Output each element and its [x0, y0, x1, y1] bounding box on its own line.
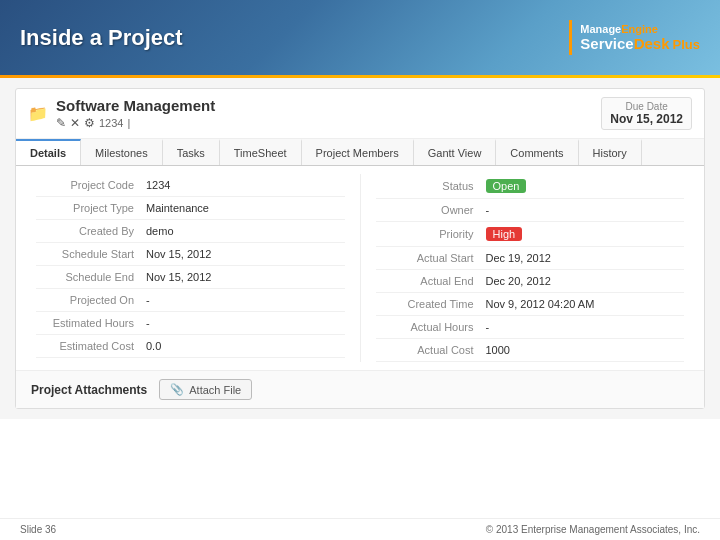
logo-text: ManageEngine ServiceDesk Plus: [580, 23, 700, 52]
tab-tasks[interactable]: Tasks: [163, 139, 220, 165]
logo-divider: [569, 20, 572, 55]
tab-project-members[interactable]: Project Members: [302, 139, 414, 165]
tab-gantt-view[interactable]: Gantt View: [414, 139, 497, 165]
detail-row-owner: Owner -: [376, 199, 685, 222]
details-section: Project Code 1234 Project Type Maintenan…: [16, 166, 704, 370]
label-created-by: Created By: [36, 225, 146, 237]
copyright: © 2013 Enterprise Management Associates,…: [486, 524, 700, 535]
detail-row-created-by: Created By demo: [36, 220, 345, 243]
label-status: Status: [376, 180, 486, 192]
value-project-code: 1234: [146, 179, 170, 191]
detail-row-schedule-start: Schedule Start Nov 15, 2012: [36, 243, 345, 266]
label-actual-cost: Actual Cost: [376, 344, 486, 356]
label-created-time: Created Time: [376, 298, 486, 310]
value-actual-hours: -: [486, 321, 490, 333]
label-actual-start: Actual Start: [376, 252, 486, 264]
value-actual-end: Dec 20, 2012: [486, 275, 551, 287]
detail-row-actual-start: Actual Start Dec 19, 2012: [376, 247, 685, 270]
tab-history[interactable]: History: [579, 139, 642, 165]
project-title-area: 📁 Software Management ✎ ✕ ⚙ 1234 |: [28, 97, 215, 130]
footer: Slide 36 © 2013 Enterprise Management As…: [0, 518, 720, 540]
label-project-code: Project Code: [36, 179, 146, 191]
tab-timesheet[interactable]: TimeSheet: [220, 139, 302, 165]
due-date-value: Nov 15, 2012: [610, 112, 683, 126]
value-estimated-hours: -: [146, 317, 150, 329]
project-header: 📁 Software Management ✎ ✕ ⚙ 1234 | Due D…: [16, 89, 704, 139]
detail-row-project-type: Project Type Maintenance: [36, 197, 345, 220]
value-projected-on: -: [146, 294, 150, 306]
status-badge: Open: [486, 179, 527, 193]
column-divider: [360, 174, 361, 362]
logo-manage: ManageEngine: [580, 23, 700, 35]
delete-icon[interactable]: ✕: [70, 116, 80, 130]
due-date-label: Due Date: [610, 101, 683, 112]
main-content: 📁 Software Management ✎ ✕ ⚙ 1234 | Due D…: [0, 78, 720, 419]
attachments-label: Project Attachments: [31, 383, 147, 397]
value-actual-start: Dec 19, 2012: [486, 252, 551, 264]
value-project-type: Maintenance: [146, 202, 209, 214]
label-schedule-start: Schedule Start: [36, 248, 146, 260]
slide-number: Slide 36: [20, 524, 56, 535]
project-id: 1234: [99, 117, 123, 129]
label-schedule-end: Schedule End: [36, 271, 146, 283]
folder-icon: 📁: [28, 104, 48, 123]
project-card: 📁 Software Management ✎ ✕ ⚙ 1234 | Due D…: [15, 88, 705, 409]
project-info: Software Management ✎ ✕ ⚙ 1234 |: [56, 97, 215, 130]
attach-icon: 📎: [170, 383, 184, 396]
value-created-time: Nov 9, 2012 04:20 AM: [486, 298, 595, 310]
value-schedule-end: Nov 15, 2012: [146, 271, 211, 283]
settings-icon[interactable]: ⚙: [84, 116, 95, 130]
label-projected-on: Projected On: [36, 294, 146, 306]
attachments-bar: Project Attachments 📎 Attach File: [16, 370, 704, 408]
detail-row-projected-on: Projected On -: [36, 289, 345, 312]
attach-file-button[interactable]: 📎 Attach File: [159, 379, 252, 400]
value-schedule-start: Nov 15, 2012: [146, 248, 211, 260]
detail-row-project-code: Project Code 1234: [36, 174, 345, 197]
detail-row-estimated-cost: Estimated Cost 0.0: [36, 335, 345, 358]
tab-details[interactable]: Details: [16, 139, 81, 165]
attach-button-label: Attach File: [189, 384, 241, 396]
project-actions: ✎ ✕ ⚙ 1234 |: [56, 116, 215, 130]
label-estimated-hours: Estimated Hours: [36, 317, 146, 329]
label-actual-end: Actual End: [376, 275, 486, 287]
label-project-type: Project Type: [36, 202, 146, 214]
details-right: Status Open Owner - Priority High Actual…: [366, 174, 695, 362]
label-actual-hours: Actual Hours: [376, 321, 486, 333]
edit-icon[interactable]: ✎: [56, 116, 66, 130]
detail-row-schedule-end: Schedule End Nov 15, 2012: [36, 266, 345, 289]
tabs-bar: Details Milestones Tasks TimeSheet Proje…: [16, 139, 704, 166]
logo-servicedesk: ServiceDesk Plus: [580, 35, 700, 52]
tab-milestones[interactable]: Milestones: [81, 139, 163, 165]
priority-badge: High: [486, 227, 523, 241]
project-name: Software Management: [56, 97, 215, 114]
details-left: Project Code 1234 Project Type Maintenan…: [26, 174, 355, 362]
detail-row-status: Status Open: [376, 174, 685, 199]
label-estimated-cost: Estimated Cost: [36, 340, 146, 352]
value-created-by: demo: [146, 225, 174, 237]
page-title: Inside a Project: [20, 25, 183, 51]
value-estimated-cost: 0.0: [146, 340, 161, 352]
detail-row-actual-hours: Actual Hours -: [376, 316, 685, 339]
detail-row-actual-end: Actual End Dec 20, 2012: [376, 270, 685, 293]
detail-row-created-time: Created Time Nov 9, 2012 04:20 AM: [376, 293, 685, 316]
label-priority: Priority: [376, 228, 486, 240]
detail-row-actual-cost: Actual Cost 1000: [376, 339, 685, 362]
due-date-box: Due Date Nov 15, 2012: [601, 97, 692, 130]
header: Inside a Project ManageEngine ServiceDes…: [0, 0, 720, 75]
value-actual-cost: 1000: [486, 344, 510, 356]
tab-comments[interactable]: Comments: [496, 139, 578, 165]
value-owner: -: [486, 204, 490, 216]
detail-row-priority: Priority High: [376, 222, 685, 247]
label-owner: Owner: [376, 204, 486, 216]
logo-area: ManageEngine ServiceDesk Plus: [569, 20, 700, 55]
detail-row-estimated-hours: Estimated Hours -: [36, 312, 345, 335]
